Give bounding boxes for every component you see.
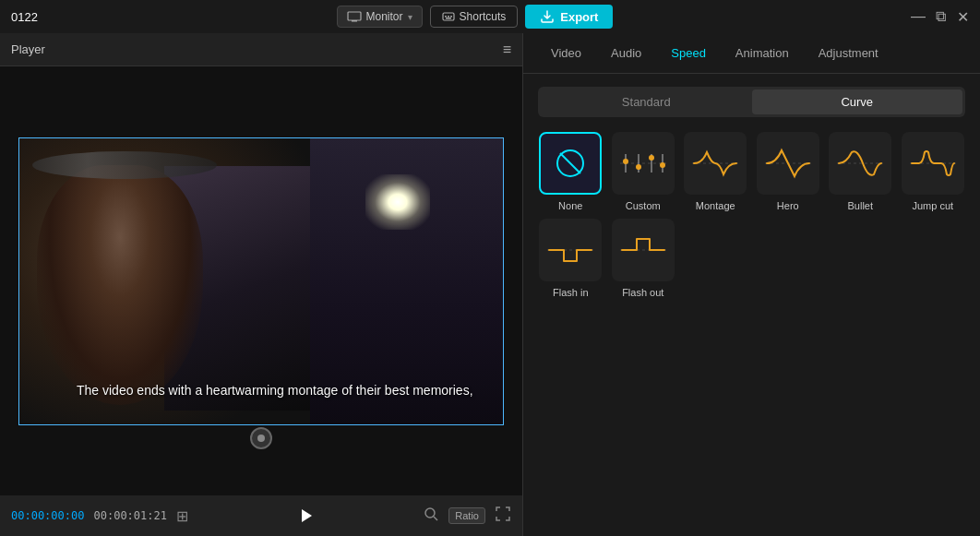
speed-label-flashin: Flash in bbox=[553, 287, 589, 298]
tab-animation[interactable]: Animation bbox=[723, 41, 802, 66]
mode-curve[interactable]: Curve bbox=[752, 89, 963, 114]
montage-icon-svg bbox=[690, 145, 740, 182]
flashout-icon-svg bbox=[618, 232, 668, 268]
video-scene: The video ends with a heartwarming monta… bbox=[18, 137, 504, 425]
speed-icon-custom bbox=[612, 132, 675, 195]
play-button[interactable] bbox=[296, 506, 315, 525]
tabs-bar: Video Audio Speed Animation Adjustment bbox=[523, 33, 980, 74]
speed-preset-flashout[interactable]: Flash out bbox=[611, 219, 676, 298]
subtitle-text: The video ends with a heartwarming monta… bbox=[77, 383, 446, 398]
speed-label-custom: Custom bbox=[626, 200, 661, 211]
hero-icon-svg bbox=[763, 145, 813, 182]
player-controls: 00:00:00:00 00:00:01:21 ⊞ Ratio bbox=[0, 495, 522, 536]
main-content: Player ≡ The video ends with a heartwarm… bbox=[0, 33, 980, 536]
keyboard-icon bbox=[442, 10, 455, 23]
speed-icon-montage bbox=[684, 132, 747, 195]
title-bar-left: 0122 bbox=[11, 10, 38, 24]
svg-point-18 bbox=[649, 155, 654, 161]
none-icon-svg bbox=[552, 145, 589, 182]
svg-line-9 bbox=[434, 517, 437, 520]
export-icon bbox=[540, 9, 555, 24]
mode-toggle: Standard Curve bbox=[538, 87, 965, 117]
monitor-icon bbox=[347, 11, 362, 22]
video-frame: The video ends with a heartwarming monta… bbox=[18, 137, 504, 425]
svg-rect-3 bbox=[445, 16, 447, 18]
svg-point-8 bbox=[425, 508, 435, 518]
player-title: Player bbox=[11, 42, 45, 56]
title-bar: 0122 Monitor ▾ Shortcuts bbox=[0, 0, 980, 33]
bullet-icon-svg bbox=[835, 145, 885, 182]
speed-icon-none bbox=[539, 132, 602, 195]
speed-label-jumpcut: Jump cut bbox=[912, 200, 953, 211]
speed-presets-row1: None bbox=[538, 132, 965, 211]
zoom-to-fit-icon[interactable] bbox=[423, 506, 439, 526]
speed-preset-none[interactable]: None bbox=[538, 132, 604, 211]
speed-preset-flashin[interactable]: Flash in bbox=[538, 219, 604, 298]
shortcuts-label: Shortcuts bbox=[460, 10, 507, 23]
speed-label-bullet: Bullet bbox=[847, 200, 873, 211]
speed-icon-flashin bbox=[539, 219, 602, 281]
flashin-icon-svg bbox=[545, 232, 595, 268]
speed-label-hero: Hero bbox=[777, 200, 799, 211]
time-total: 00:00:01:21 bbox=[93, 509, 166, 522]
right-panel: Video Audio Speed Animation Adjustment S… bbox=[523, 33, 980, 536]
speed-label-flashout: Flash out bbox=[622, 287, 663, 298]
monitor-button[interactable]: Monitor ▾ bbox=[337, 6, 423, 28]
export-button[interactable]: Export bbox=[525, 5, 613, 29]
close-button[interactable]: ✕ bbox=[956, 10, 969, 23]
time-current: 00:00:00:00 bbox=[11, 509, 84, 522]
playhead-indicator[interactable] bbox=[250, 427, 272, 449]
svg-rect-1 bbox=[352, 20, 357, 22]
svg-rect-6 bbox=[446, 18, 451, 19]
svg-rect-5 bbox=[450, 16, 452, 18]
speed-icon-bullet bbox=[829, 132, 891, 195]
panel-content: Standard Curve None bbox=[523, 74, 980, 536]
timeline-grid-icon[interactable]: ⊞ bbox=[176, 507, 188, 525]
svg-point-16 bbox=[636, 164, 641, 170]
player-menu-icon[interactable]: ≡ bbox=[503, 42, 511, 58]
speed-preset-hero[interactable]: Hero bbox=[756, 132, 821, 211]
tab-audio[interactable]: Audio bbox=[598, 41, 654, 66]
minimize-button[interactable]: — bbox=[912, 10, 925, 23]
player-header: Player ≡ bbox=[0, 33, 522, 66]
speed-preset-jumpcut[interactable]: Jump cut bbox=[901, 132, 966, 211]
speed-preset-montage[interactable]: Montage bbox=[683, 132, 748, 211]
export-label: Export bbox=[560, 10, 598, 24]
title-bar-center: Monitor ▾ Shortcuts Export bbox=[337, 5, 614, 29]
speed-icon-hero bbox=[757, 132, 819, 195]
tab-speed[interactable]: Speed bbox=[658, 41, 719, 66]
speed-preset-custom[interactable]: Custom bbox=[611, 132, 676, 211]
svg-line-11 bbox=[560, 153, 580, 173]
title-bar-right: — ⧉ ✕ bbox=[912, 10, 969, 23]
ratio-button[interactable]: Ratio bbox=[448, 507, 485, 524]
play-icon bbox=[296, 506, 315, 525]
jumpcut-icon-svg bbox=[908, 145, 958, 182]
shortcuts-button[interactable]: Shortcuts bbox=[430, 6, 519, 28]
speed-presets-row2: Flash in Flash out bbox=[538, 219, 965, 298]
svg-point-14 bbox=[623, 159, 628, 164]
monitor-chevron: ▾ bbox=[408, 12, 412, 22]
speed-icon-flashout bbox=[612, 219, 675, 281]
fullscreen-button[interactable] bbox=[495, 506, 511, 526]
speed-icon-jumpcut bbox=[902, 132, 964, 195]
restore-button[interactable]: ⧉ bbox=[934, 10, 947, 23]
speed-label-none: None bbox=[558, 200, 582, 211]
player-video-area: The video ends with a heartwarming monta… bbox=[0, 66, 522, 495]
svg-point-20 bbox=[660, 162, 665, 168]
app-title: 0122 bbox=[11, 10, 38, 24]
tab-video[interactable]: Video bbox=[538, 41, 594, 66]
speed-label-montage: Montage bbox=[696, 200, 735, 211]
custom-icon-svg bbox=[618, 145, 668, 182]
svg-marker-7 bbox=[302, 509, 312, 522]
mode-standard[interactable]: Standard bbox=[541, 89, 752, 114]
svg-rect-0 bbox=[348, 12, 361, 20]
player-panel: Player ≡ The video ends with a heartwarm… bbox=[0, 33, 523, 536]
speed-preset-bullet[interactable]: Bullet bbox=[828, 132, 893, 211]
tab-adjustment[interactable]: Adjustment bbox=[806, 41, 891, 66]
svg-rect-4 bbox=[448, 16, 449, 18]
monitor-label: Monitor bbox=[366, 10, 403, 23]
